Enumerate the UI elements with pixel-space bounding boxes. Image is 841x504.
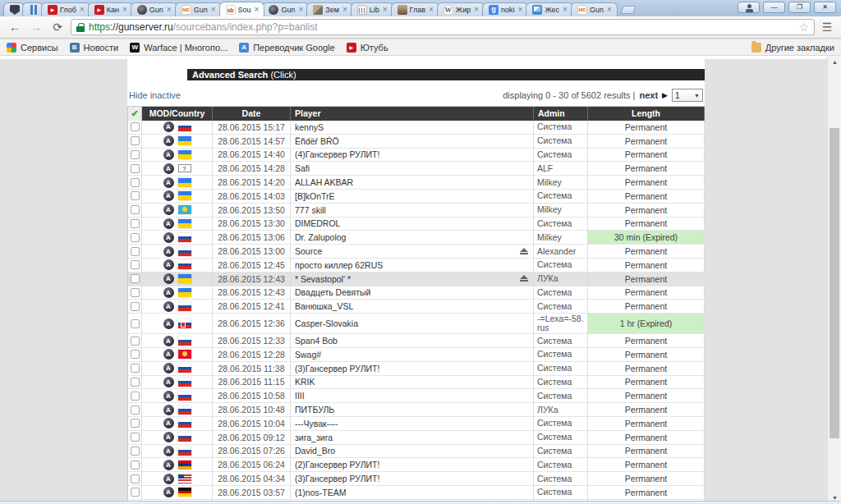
tab[interactable]: Жир× <box>437 2 485 16</box>
ban-row[interactable]: 28.06.2015 07:26David_BroСистемаPermanen… <box>128 445 705 459</box>
mod-icon[interactable] <box>163 135 174 146</box>
row-checkbox[interactable] <box>131 474 140 483</box>
tab-close-icon[interactable]: × <box>517 6 524 14</box>
tab-close-icon[interactable]: × <box>606 6 613 14</box>
tab[interactable]: Gun× <box>262 2 309 16</box>
bookmark-item[interactable]: Новости <box>70 43 119 53</box>
player-name[interactable]: просто киллер 62RUS <box>291 259 534 273</box>
player-name[interactable]: (3)Гансервер РУЛИТ! <box>291 472 534 486</box>
player-name[interactable]: ---Чувак---- <box>291 417 534 431</box>
player-name[interactable]: Ëñdëŕ BŔÖ <box>291 135 534 149</box>
player-name[interactable]: 777 skill <box>291 204 534 218</box>
row-checkbox[interactable] <box>131 219 140 228</box>
header-player[interactable]: Player <box>291 107 534 121</box>
ban-row[interactable]: 28.06.2015 14:03[B]kOnTrEСистемаPermanen… <box>128 190 705 204</box>
ban-row[interactable]: 28.06.2015 12:43* Sevastopol' *ЛУКаPerma… <box>128 273 705 286</box>
tab-close-icon[interactable]: × <box>122 6 128 14</box>
ban-row[interactable]: 28.06.2015 11:15KRIKСистемаPermanent <box>128 376 705 390</box>
advanced-search-bar[interactable]: Advanced Search (Click) <box>187 69 705 80</box>
tab[interactable]: noki× <box>482 2 528 16</box>
ban-row[interactable]: 28.06.2015 04:34(3)Гансервер РУЛИТ!Систе… <box>128 472 705 486</box>
bookmark-item[interactable]: Сервисы <box>7 43 58 53</box>
row-checkbox[interactable] <box>131 350 140 359</box>
header-date[interactable]: Date <box>213 107 291 121</box>
ban-row[interactable]: 28.06.2015 14:20ALLAH AKBARMilkeyPermane… <box>128 176 705 190</box>
row-checkbox[interactable] <box>131 205 140 214</box>
mod-icon[interactable] <box>163 318 174 329</box>
back-icon[interactable]: ← <box>7 20 23 34</box>
player-name[interactable]: Dвадцеть Dевятый <box>291 286 534 300</box>
bookmark-item[interactable]: Переводчик Google <box>239 43 335 53</box>
row-checkbox[interactable] <box>131 302 140 311</box>
row-checkbox[interactable] <box>131 392 140 401</box>
player-name[interactable]: KRIK <box>291 376 534 390</box>
tab-close-icon[interactable]: × <box>428 6 434 14</box>
player-name[interactable]: David_Bro <box>291 445 534 459</box>
ban-row[interactable]: 28.06.2015 10:48ПИТБУЛЬЛУКаPermanent <box>128 403 705 417</box>
mod-icon[interactable] <box>163 301 174 312</box>
tab-close-icon[interactable]: × <box>382 6 388 14</box>
url-text[interactable]: https://gunserver.ru/sourcebans/index.ph… <box>89 21 318 33</box>
bookmark-item[interactable]: Ютубь <box>347 43 388 53</box>
row-checkbox[interactable] <box>131 150 140 159</box>
ban-row[interactable]: 28.06.2015 13:50777 skillMilkeyPermanent <box>128 204 705 218</box>
player-name[interactable]: Span4 Bob <box>291 334 534 348</box>
ban-row[interactable]: 28.06.2015 10:04---Чувак----СистемаPerma… <box>128 417 705 431</box>
page-scrollbar[interactable]: ▲ ▼ <box>827 56 841 504</box>
mod-icon[interactable] <box>163 377 174 387</box>
ban-row[interactable]: 28.06.2015 12:45просто киллер 62RUSСисте… <box>128 259 705 273</box>
ban-row[interactable]: 28.06.2015 10:58IIIIСистемаPermanent <box>128 389 705 403</box>
row-checkbox[interactable] <box>131 433 140 442</box>
mod-icon[interactable] <box>163 218 174 229</box>
mod-icon[interactable] <box>163 363 174 373</box>
hide-inactive-link[interactable]: Hide inactive <box>129 90 181 100</box>
ban-row[interactable]: 28.06.2015 15:17kennySСистемаPermanent <box>128 121 705 135</box>
mod-icon[interactable] <box>163 349 174 360</box>
mod-icon[interactable] <box>163 163 174 174</box>
mod-icon[interactable] <box>163 204 174 215</box>
ban-row[interactable]: 28.06.2015 12:41Ванюшка_VSLСистемаPerman… <box>128 300 705 314</box>
header-length[interactable]: Length <box>588 107 705 121</box>
tab-active[interactable]: Sou× <box>219 2 265 16</box>
mod-icon[interactable] <box>163 177 174 188</box>
next-page-link[interactable]: next <box>639 90 658 100</box>
ban-row[interactable]: 28.06.2015 03:57(1)nos-TEAMСистемаPerman… <box>128 486 705 500</box>
tab-close-icon[interactable]: × <box>342 6 348 14</box>
profile-button[interactable] <box>738 2 760 13</box>
tab[interactable]: Lib× <box>351 2 393 16</box>
player-name[interactable]: Casper-Slovakia <box>291 314 534 334</box>
ban-row[interactable]: 28.06.2015 12:33Span4 BobСистемаPermanen… <box>128 334 705 348</box>
player-name[interactable]: * Sevastopol' * <box>291 273 534 286</box>
mod-icon[interactable] <box>163 418 174 428</box>
mod-icon[interactable] <box>163 391 174 401</box>
select-all-header[interactable]: ✔ <box>128 107 142 121</box>
row-checkbox[interactable] <box>131 364 140 373</box>
row-checkbox[interactable] <box>131 405 140 415</box>
row-checkbox[interactable] <box>131 288 140 297</box>
row-checkbox[interactable] <box>131 164 140 173</box>
reload-icon[interactable]: ⟳ <box>49 20 66 34</box>
row-checkbox[interactable] <box>131 319 140 328</box>
tab[interactable]: Зем× <box>306 2 352 16</box>
mod-icon[interactable] <box>163 246 174 257</box>
mod-icon[interactable] <box>163 190 174 201</box>
tab-close-icon[interactable]: × <box>79 6 85 14</box>
tab-close-icon[interactable]: × <box>473 6 480 14</box>
player-name[interactable]: зига_зига <box>291 431 534 445</box>
ban-row[interactable]: 28.06.2015 13:06Dr. ZalupologMilkey30 mi… <box>128 231 705 245</box>
mod-icon[interactable] <box>163 149 174 160</box>
row-checkbox[interactable] <box>131 337 140 346</box>
row-checkbox[interactable] <box>131 460 140 470</box>
mod-icon[interactable] <box>163 273 174 284</box>
row-checkbox[interactable] <box>131 247 140 256</box>
player-name[interactable]: kennyS <box>291 121 534 135</box>
maximize-button[interactable]: ❐ <box>788 2 811 13</box>
player-name[interactable]: Dr. Zalupolog <box>291 231 534 245</box>
mod-icon[interactable] <box>163 460 174 470</box>
tab-close-icon[interactable]: × <box>562 6 568 14</box>
scrollbar-thumb[interactable] <box>830 128 839 438</box>
ban-row[interactable]: 28.06.2015 11:38(3)Гансервер РУЛИТ!Систе… <box>128 362 705 376</box>
player-name[interactable]: DIMEDROL <box>291 218 534 231</box>
player-name[interactable]: Swag# <box>291 348 534 362</box>
row-checkbox[interactable] <box>131 378 140 387</box>
